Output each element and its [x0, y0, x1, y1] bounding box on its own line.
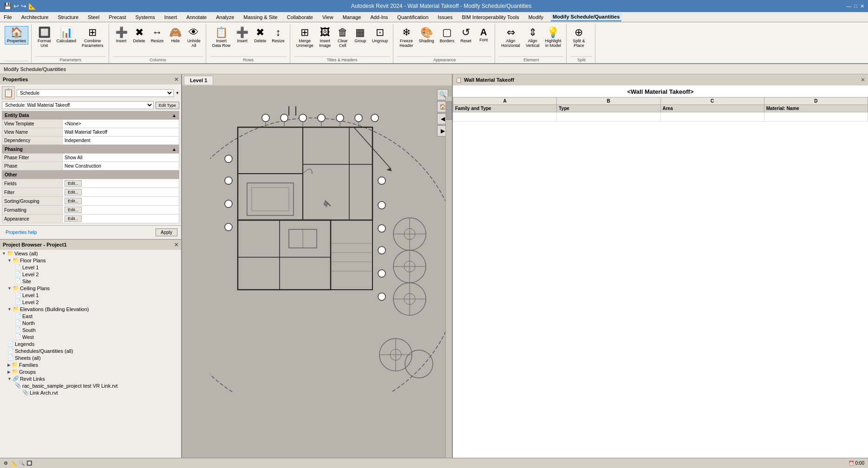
- tree-link-arch[interactable]: 📎 Link Arch.rvt: [0, 389, 181, 396]
- filter-edit-button[interactable]: Edit...: [65, 189, 82, 195]
- status-icon-1[interactable]: 📐: [12, 461, 17, 466]
- menu-quantification[interactable]: Quantification: [395, 13, 430, 21]
- tree-floor-plans[interactable]: ▼ 📁 Floor Plans: [0, 257, 181, 264]
- format-unit-button[interactable]: 🔲 FormatUnit: [35, 26, 53, 49]
- reset-button[interactable]: ↺ Reset: [457, 26, 474, 45]
- redo-btn[interactable]: ↪: [21, 2, 26, 10]
- tree-level2-ceiling[interactable]: 📄 Level 2: [0, 299, 181, 306]
- save-btn[interactable]: 💾: [4, 2, 12, 10]
- schedule-type-selector[interactable]: Schedule: Wall Material Takeoff: [2, 101, 154, 109]
- calculated-button[interactable]: 📊 Calculated: [54, 26, 79, 45]
- maximize-btn[interactable]: □: [854, 3, 857, 9]
- combine-parameters-button[interactable]: ⊞ CombineParameters: [79, 26, 106, 49]
- menu-steel[interactable]: Steel: [86, 13, 101, 21]
- delete-column-button[interactable]: ✖ Delete: [131, 26, 148, 45]
- menu-systems[interactable]: Systems: [133, 13, 157, 21]
- view-name-value[interactable]: Wall Material Takeoff: [63, 128, 179, 136]
- dependency-value[interactable]: Independent: [63, 136, 179, 145]
- menu-modify[interactable]: Modify: [527, 13, 545, 21]
- phase-value[interactable]: New Construction: [63, 162, 179, 170]
- viewport-scroll-thumb[interactable]: [446, 101, 452, 120]
- entity-data-scroll-up[interactable]: ▲: [172, 113, 176, 118]
- tree-legends[interactable]: 📄 Legends: [0, 340, 181, 347]
- phase-filter-value[interactable]: Show All: [63, 154, 179, 162]
- menu-structure[interactable]: Structure: [56, 13, 80, 21]
- viewport-canvas[interactable]: 🔍 🏠 ◀ ▶: [182, 85, 452, 468]
- ungroup-button[interactable]: ⊡ Ungroup: [370, 26, 391, 45]
- viewport-scrollbar[interactable]: [445, 97, 452, 468]
- status-icon-3[interactable]: 🔲: [26, 461, 32, 466]
- menu-issues[interactable]: Issues: [436, 13, 455, 21]
- menu-file[interactable]: File: [2, 13, 14, 21]
- tree-level1-ceiling[interactable]: 📄 Level 1: [0, 292, 181, 299]
- minimize-btn[interactable]: —: [846, 3, 851, 9]
- menu-precast[interactable]: Precast: [107, 13, 128, 21]
- menu-massing[interactable]: Massing & Site: [241, 13, 279, 21]
- fields-edit-button[interactable]: Edit...: [65, 180, 82, 187]
- tree-sheets[interactable]: 📄 Sheets (all): [0, 354, 181, 361]
- empty-cell[interactable]: [764, 112, 868, 122]
- freeze-header-button[interactable]: ❄ FreezeHeader: [397, 26, 416, 49]
- unhide-all-button[interactable]: 👁 UnhideAll: [185, 26, 203, 49]
- tree-families[interactable]: ▶ 📁 Families: [0, 361, 181, 368]
- empty-cell[interactable]: [557, 112, 660, 122]
- align-horizontal-button[interactable]: ⇔ AlignHorizontal: [499, 26, 522, 49]
- tree-south[interactable]: 📄 South: [0, 326, 181, 333]
- font-button[interactable]: A Font: [475, 26, 492, 44]
- tree-west[interactable]: 📄 West: [0, 333, 181, 340]
- tree-groups[interactable]: ▶ 📁 Groups: [0, 368, 181, 375]
- tree-rac-basic[interactable]: 📎 rac_basic_sample_project test VR Link.…: [0, 382, 181, 389]
- group-button[interactable]: ▦ Group: [352, 26, 369, 45]
- highlight-in-model-button[interactable]: 💡 Highlightin Model: [542, 26, 563, 49]
- menu-collaborate[interactable]: Collaborate: [285, 13, 315, 21]
- tree-revit-links[interactable]: ▼ 🔗 Revit Links: [0, 375, 181, 382]
- empty-cell[interactable]: [453, 112, 557, 122]
- viewport-tab-level1[interactable]: Level 1: [184, 76, 213, 84]
- tree-schedules[interactable]: 📄 Schedules/Quantities (all): [0, 347, 181, 354]
- merge-unmerge-button[interactable]: ⊞ MergeUnmerge: [294, 26, 316, 49]
- close-btn[interactable]: ✕: [860, 3, 864, 9]
- tree-level2-floor[interactable]: 📄 Level 2: [0, 271, 181, 278]
- tree-views-all[interactable]: ▼ 📁 Views (all): [0, 250, 181, 257]
- schedule-dropdown[interactable]: Schedule: [17, 89, 174, 97]
- schedule-panel-close-button[interactable]: ✕: [861, 77, 865, 83]
- menu-addins[interactable]: Add-Ins: [368, 13, 390, 21]
- properties-close-button[interactable]: ✕: [174, 77, 178, 83]
- tree-north[interactable]: 📄 North: [0, 319, 181, 326]
- edit-type-button[interactable]: Edit Type: [156, 102, 179, 109]
- tree-elevations[interactable]: ▼ 📁 Elevations (Building Elevation): [0, 306, 181, 312]
- shading-button[interactable]: 🎨 Shading: [417, 26, 437, 45]
- menu-bim[interactable]: BIM Interoperability Tools: [460, 13, 521, 21]
- menu-insert[interactable]: Insert: [163, 13, 179, 21]
- properties-help-link[interactable]: Properties help: [3, 229, 39, 236]
- split-place-button[interactable]: ⊕ Split &Place: [570, 26, 587, 49]
- clear-cell-button[interactable]: 🗑 ClearCell: [334, 26, 351, 49]
- menu-modify-schedule[interactable]: Modify Schedule/Quantities: [551, 13, 621, 21]
- tree-east[interactable]: 📄 East: [0, 312, 181, 319]
- appearance-edit-button[interactable]: Edit...: [65, 215, 82, 222]
- delete-row-button[interactable]: ✖ Delete: [252, 26, 268, 45]
- align-vertical-button[interactable]: ⇕ AlignVertical: [523, 26, 542, 49]
- insert-row-button[interactable]: ➕ Insert: [234, 26, 251, 45]
- view-template-value[interactable]: <None>: [63, 120, 179, 128]
- resize-row-button[interactable]: ↕ Resize: [269, 26, 287, 45]
- tree-site[interactable]: 📄 Site: [0, 278, 181, 285]
- properties-button[interactable]: 🏠 Properties: [5, 26, 28, 45]
- apply-button[interactable]: Apply: [156, 228, 177, 236]
- tree-level1-floor[interactable]: 📄 Level 1: [0, 264, 181, 271]
- measure-btn[interactable]: 📐: [28, 2, 36, 10]
- tree-ceiling-plans[interactable]: ▼ 📁 Ceiling Plans: [0, 285, 181, 292]
- menu-annotate[interactable]: Annotate: [184, 13, 209, 21]
- empty-cell[interactable]: [660, 112, 764, 122]
- hide-column-button[interactable]: 🙈 Hide: [167, 26, 184, 45]
- menu-manage[interactable]: Manage: [341, 13, 363, 21]
- menu-analyze[interactable]: Analyze: [214, 13, 236, 21]
- menu-architecture[interactable]: Architecture: [20, 13, 51, 21]
- resize-column-button[interactable]: ↔ Resize: [149, 26, 166, 45]
- insert-column-button[interactable]: ➕ Insert: [113, 26, 130, 45]
- browser-close-button[interactable]: ✕: [174, 242, 178, 248]
- insert-data-row-button[interactable]: 📋 InsertData Row: [210, 26, 233, 49]
- insert-image-button[interactable]: 🖼 InsertImage: [317, 26, 333, 49]
- phasing-scroll[interactable]: ▲: [172, 147, 176, 152]
- sorting-edit-button[interactable]: Edit...: [65, 198, 82, 204]
